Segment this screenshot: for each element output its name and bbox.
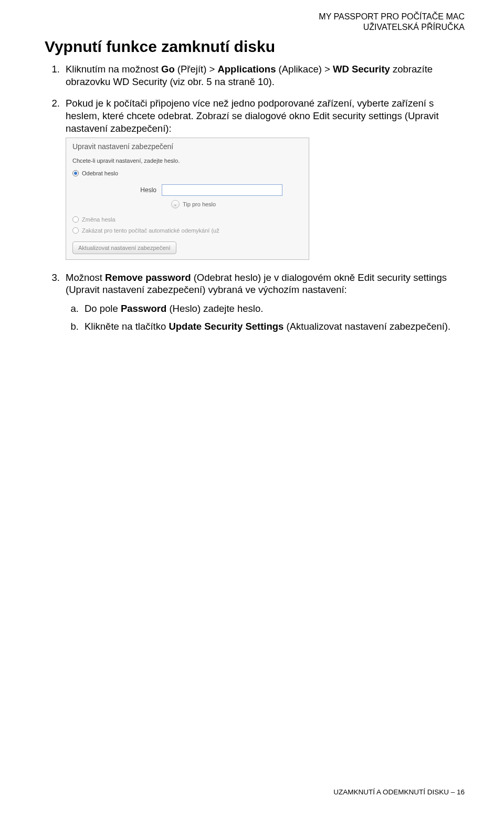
page-title: Vypnutí funkce zamknutí disku (45, 38, 465, 56)
header-line-1: MY PASSPORT PRO POČÍTAČE MAC (319, 12, 465, 22)
step-3a-bold: Password (121, 303, 166, 314)
page-header: MY PASSPORT PRO POČÍTAČE MAC UŽIVATELSKÁ… (319, 12, 465, 33)
password-hint-label: Tip pro heslo (183, 201, 216, 208)
update-security-button[interactable]: Aktualizovat nastavení zabezpečení (72, 242, 176, 254)
radio-disable-autounlock[interactable]: Zakázat pro tento počítač automatické od… (72, 227, 302, 234)
password-field-row: Heslo (72, 184, 302, 196)
step-1-text-3: (Aplikace) > (276, 64, 332, 75)
password-label: Heslo (72, 186, 162, 194)
step-3b-bold: Update Security Settings (169, 321, 284, 332)
radio-icon (72, 227, 79, 234)
step-3b: Klikněte na tlačítko Update Security Set… (81, 320, 465, 333)
step-3a-pre: Do pole (85, 303, 121, 314)
step-3-bold: Remove password (105, 272, 191, 283)
step-2-text: Pokud je k počítači připojeno více než j… (66, 98, 439, 133)
step-1-text-1: Kliknutím na možnost (66, 64, 161, 75)
page-footer: UZAMKNUTÍ A ODEMKNUTÍ DISKU – 16 (333, 788, 465, 796)
dialog-title: Upravit nastavení zabezpečení (72, 142, 302, 152)
update-security-button-label: Aktualizovat nastavení zabezpečení (78, 245, 171, 251)
radio-change-label: Změna hesla (82, 216, 116, 223)
steps-list: Kliknutím na možnost Go (Přejít) > Appli… (45, 63, 465, 332)
page: MY PASSPORT PRO POČÍTAČE MAC UŽIVATELSKÁ… (0, 0, 504, 818)
step-3b-pre: Klikněte na tlačítko (85, 321, 169, 332)
step-1-apps: Applications (217, 64, 276, 75)
step-1-text-2: (Přejít) > (175, 64, 218, 75)
radio-remove-password[interactable]: Odebrat heslo (72, 170, 302, 177)
step-1-wd: WD Security (333, 64, 390, 75)
step-3a: Do pole Password (Heslo) zadejte heslo. (81, 302, 465, 315)
dialog-hint: Chcete-li upravit nastavení, zadejte hes… (72, 157, 302, 164)
dialog-body: Upravit nastavení zabezpečení Chcete-li … (66, 138, 309, 259)
chevron-down-icon: ⌄ (171, 200, 180, 208)
radio-icon (72, 216, 79, 223)
step-3a-tail: (Heslo) zadejte heslo. (166, 303, 263, 314)
step-1: Kliknutím na možnost Go (Přejít) > Appli… (62, 63, 465, 88)
password-hint-toggle[interactable]: ⌄ Tip pro heslo (171, 200, 302, 208)
step-1-go: Go (161, 64, 175, 75)
step-3: Možnost Remove password (Odebrat heslo) … (62, 271, 465, 333)
step-3-substeps: Do pole Password (Heslo) zadejte heslo. … (66, 302, 465, 332)
header-line-2: UŽIVATELSKÁ PŘÍRUČKA (319, 22, 465, 33)
radio-disable-label: Zakázat pro tento počítač automatické od… (82, 227, 219, 234)
radio-change-password[interactable]: Změna hesla (72, 216, 302, 223)
step-3-pre: Možnost (66, 272, 105, 283)
radio-remove-label: Odebrat heslo (82, 170, 118, 177)
step-2: Pokud je k počítači připojeno více než j… (62, 97, 465, 259)
radio-icon (72, 170, 79, 176)
step-3b-tail: (Aktualizovat nastavení zabezpečení). (284, 321, 450, 332)
dialog-edit-security: Upravit nastavení zabezpečení Chcete-li … (66, 138, 309, 259)
password-input[interactable] (162, 184, 282, 196)
